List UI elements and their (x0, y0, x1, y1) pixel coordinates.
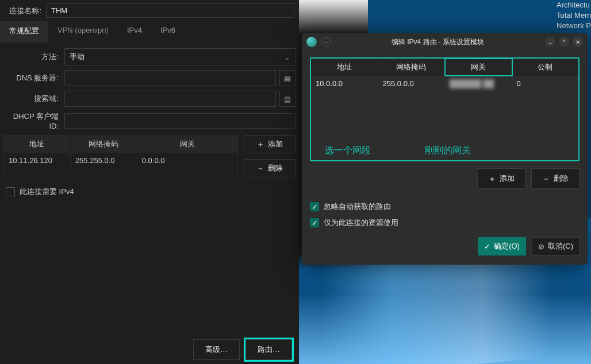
dns-edit-button[interactable]: ▤ (279, 70, 296, 86)
cell-gateway: 0.0.0.0 (137, 153, 237, 168)
connection-name-input[interactable] (46, 3, 294, 18)
minus-icon: － (542, 175, 550, 183)
ip-address-table[interactable]: 地址 网络掩码 网关 10.11.26.120 255.255.0.0 0.0.… (3, 135, 238, 177)
dns-label: DNS 服务器: (3, 73, 64, 83)
sysinfo-arch: Architectu (557, 0, 591, 10)
search-domain-input[interactable] (64, 91, 276, 107)
list-icon: ▤ (284, 74, 291, 83)
chevron-down-icon: ⌄ (284, 53, 290, 61)
check-icon: ✓ (484, 242, 490, 251)
network-settings-window: 连接名称: 常规配置 VPN (openvpn) IPv4 IPv6 方法: 手… (0, 0, 299, 364)
remove-address-button[interactable]: － 删除 (244, 159, 296, 177)
route-col-gateway: 网关 (445, 59, 512, 76)
advanced-button[interactable]: 高级… (193, 339, 240, 360)
only-this-connection-label: 仅为此连接的资源使用 (324, 218, 398, 228)
route-row[interactable]: 10.0.0.0 255.0.0.0 ██████ ██ 0 (311, 76, 578, 91)
plus-icon: ＋ (256, 140, 264, 148)
tab-bar: 常规配置 VPN (openvpn) IPv4 IPv6 (0, 21, 299, 42)
require-ipv4-checkbox[interactable] (6, 187, 15, 196)
route-cell-gateway: ██████ ██ (445, 76, 512, 91)
tab-ipv6[interactable]: IPv6 (151, 21, 185, 42)
method-value: 手动 (70, 52, 85, 62)
routes-button[interactable]: 路由… (245, 339, 292, 360)
route-col-metric: 公制 (512, 59, 579, 76)
dhcp-client-id-input[interactable] (64, 113, 296, 129)
dhcp-client-id-label: DHCP 客户端 ID: (3, 111, 64, 130)
window-close-button[interactable]: ✕ (573, 37, 583, 47)
window-maximize-button[interactable]: ^ (559, 37, 569, 47)
method-select[interactable]: 手动 ⌄ (64, 48, 296, 65)
plus-icon: ＋ (488, 175, 496, 183)
table-row[interactable]: 10.11.26.120 255.255.0.0 0.0.0.0 (4, 153, 237, 168)
check-icon: ✓ (312, 219, 318, 227)
dialog-title: 编辑 IPv4 路由 - 系统设置模块 (335, 37, 540, 47)
cell-address: 10.11.26.120 (4, 153, 71, 168)
ok-button[interactable]: ✓ 确定(O) (478, 237, 526, 255)
ignore-auto-routes-checkbox[interactable]: ✓ (310, 202, 319, 211)
route-col-netmask: 网络掩码 (378, 59, 446, 76)
ipv4-routes-dialog: – 编辑 IPv4 路由 - 系统设置模块 ⌄ ^ ✕ 地址 网络掩码 网关 公… (302, 33, 588, 265)
cell-netmask: 255.255.0.0 (71, 153, 137, 168)
globe-icon (306, 37, 317, 47)
only-this-connection-checkbox[interactable]: ✓ (310, 218, 319, 227)
method-label: 方法: (3, 52, 64, 62)
ignore-auto-routes-label: 忽略自动获取的路由 (324, 202, 391, 212)
tab-vpn[interactable]: VPN (openvpn) (48, 21, 118, 42)
col-address: 地址 (4, 135, 71, 153)
annotation-gateway: 刚刚的网关 (425, 145, 471, 157)
window-minimize-button[interactable]: ⌄ (545, 37, 555, 47)
route-cell-address: 10.0.0.0 (311, 76, 378, 91)
tab-general[interactable]: 常规配置 (0, 21, 48, 42)
sysinfo-mem: Total Mem (557, 10, 591, 21)
cancel-icon: ⊘ (538, 242, 544, 251)
route-cell-metric: 0 (512, 76, 579, 91)
require-ipv4-label: 此连接需要 IPv4 (20, 187, 74, 197)
col-netmask: 网络掩码 (71, 135, 137, 153)
remove-route-button[interactable]: － 删除 (531, 168, 580, 189)
col-gateway: 网关 (137, 135, 237, 153)
window-collapse-button[interactable]: – (321, 37, 331, 47)
connection-name-label: 连接名称: (5, 6, 46, 16)
search-domain-edit-button[interactable]: ▤ (279, 91, 296, 107)
check-icon: ✓ (312, 203, 318, 211)
add-route-button[interactable]: ＋ 添加 (477, 168, 525, 189)
list-icon: ▤ (284, 95, 291, 103)
annotation-segment: 选一个网段 (325, 145, 371, 157)
sysinfo-net: Network P (557, 21, 591, 31)
route-cell-netmask: 255.0.0.0 (378, 76, 446, 91)
dns-input[interactable] (64, 70, 276, 86)
tab-ipv4[interactable]: IPv4 (118, 21, 151, 42)
routes-table[interactable]: 地址 网络掩码 网关 公制 10.0.0.0 255.0.0.0 ██████ … (310, 57, 580, 161)
add-address-button[interactable]: ＋ 添加 (244, 135, 296, 153)
minus-icon: － (256, 164, 264, 172)
search-domain-label: 搜索域: (3, 94, 64, 104)
route-col-address: 地址 (311, 59, 378, 76)
cancel-button[interactable]: ⊘ 取消(C) (532, 237, 580, 255)
system-info-panel: Architectu Total Mem Network P (557, 0, 591, 31)
